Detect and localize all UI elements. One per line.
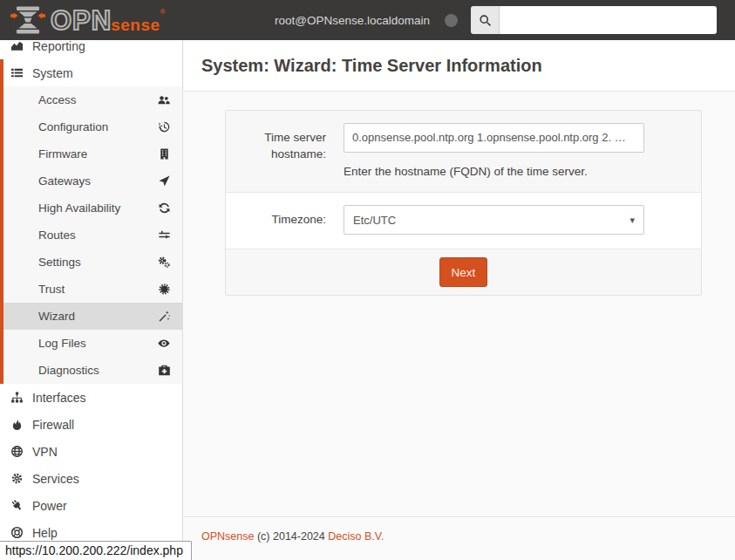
system-submenu: Access Configuration (3, 86, 182, 384)
logo-text-sense: sense (111, 16, 160, 35)
sidebar-item-power[interactable]: Power (0, 492, 182, 519)
history-icon (158, 120, 171, 133)
sliders-icon (158, 229, 171, 242)
magic-wand-icon (158, 310, 171, 323)
opnsense-logo-icon (10, 4, 51, 36)
search-input[interactable] (500, 6, 717, 34)
sidebar-item-trust[interactable]: Trust (3, 276, 182, 303)
timezone-selected-value: Etc/UTC (353, 214, 396, 227)
account-menu[interactable]: root@OPNsense.localdomain (275, 14, 430, 27)
sidebar-item-firmware[interactable]: Firmware (3, 140, 182, 167)
life-ring-icon (9, 526, 24, 539)
building-icon (158, 147, 171, 160)
globe-icon (9, 445, 24, 458)
logo-text-opn: OPN (51, 7, 112, 34)
timezone-select[interactable]: Etc/UTC ▾ (344, 205, 644, 235)
timezone-label: Timezone: (226, 205, 344, 235)
sidebar-item-wizard[interactable]: Wizard (3, 303, 182, 330)
plug-icon (6, 495, 26, 516)
sidebar-item-settings[interactable]: Settings (3, 249, 182, 276)
sidebar-item-routes[interactable]: Routes (3, 222, 182, 249)
hostname-help-text: Enter the hostname (FQDN) of the time se… (344, 165, 701, 178)
sidebar-item-log-files[interactable]: Log Files (3, 330, 182, 357)
sidebar-item-system[interactable]: System (3, 59, 182, 86)
registered-mark: ® (160, 8, 166, 16)
area-chart-icon (9, 40, 24, 52)
deciso-footer-link[interactable]: Deciso B.V. (328, 530, 384, 543)
sidebar-item-services[interactable]: Services (0, 465, 182, 492)
tasks-icon (9, 66, 24, 79)
sidebar-group-system: System Access Configuration (0, 59, 182, 384)
page-footer: OPNsense (c) 2014-2024 Deciso B.V. (184, 516, 735, 560)
timezone-row: Timezone: Etc/UTC ▾ (226, 192, 701, 249)
hostname-input[interactable]: 0.opnsense.pool.ntp.org 1.opnsense.pool.… (344, 123, 644, 153)
search-icon (471, 6, 500, 34)
sidebar-item-configuration[interactable]: Configuration (3, 113, 182, 140)
refresh-icon (158, 201, 171, 215)
global-search (471, 6, 717, 34)
sidebar-item-reporting[interactable]: Reporting (0, 40, 182, 59)
page-title-band: System: Wizard: Time Server Information (184, 40, 735, 92)
hostname-label: Time server hostname: (226, 123, 344, 178)
opnsense-logo[interactable]: OPN sense ® (10, 4, 165, 36)
sidebar-item-high-availability[interactable]: High Availability (3, 195, 182, 222)
sidebar-item-vpn[interactable]: VPN (0, 438, 182, 465)
copyright-text: (c) 2014-2024 (257, 530, 325, 543)
top-header: OPN sense ® root@OPNsense.localdomain (0, 0, 735, 40)
sidebar-item-diagnostics[interactable]: Diagnostics (3, 357, 182, 384)
users-icon (157, 93, 171, 106)
wizard-actions-row: Next (226, 249, 701, 295)
sidebar-item-interfaces[interactable]: Interfaces (0, 384, 182, 411)
sidebar-item-access[interactable]: Access (3, 86, 182, 113)
cogs-icon (157, 256, 171, 269)
wizard-form-panel: Time server hostname: 0.opnsense.pool.nt… (225, 110, 702, 296)
cog-icon (9, 472, 24, 485)
medkit-icon (158, 364, 171, 377)
eye-icon (157, 337, 171, 350)
sitemap-icon (9, 391, 24, 404)
sidebar-nav: Reporting System Access (0, 40, 183, 560)
next-button[interactable]: Next (439, 257, 488, 287)
certificate-icon (158, 283, 171, 296)
browser-status-bar: https://10.200.200.222/index.php (0, 541, 192, 560)
hostname-row: Time server hostname: 0.opnsense.pool.nt… (226, 111, 701, 192)
fire-icon (9, 418, 24, 431)
sidebar-item-firewall[interactable]: Firewall (0, 411, 182, 438)
main-content: System: Wizard: Time Server Information … (184, 40, 735, 560)
chevron-down-icon: ▾ (630, 215, 635, 226)
sidebar-item-gateways[interactable]: Gateways (3, 167, 182, 195)
status-dot (445, 14, 458, 27)
page-title: System: Wizard: Time Server Information (201, 56, 542, 76)
location-arrow-icon (158, 174, 171, 188)
opnsense-footer-link[interactable]: OPNsense (201, 530, 254, 543)
